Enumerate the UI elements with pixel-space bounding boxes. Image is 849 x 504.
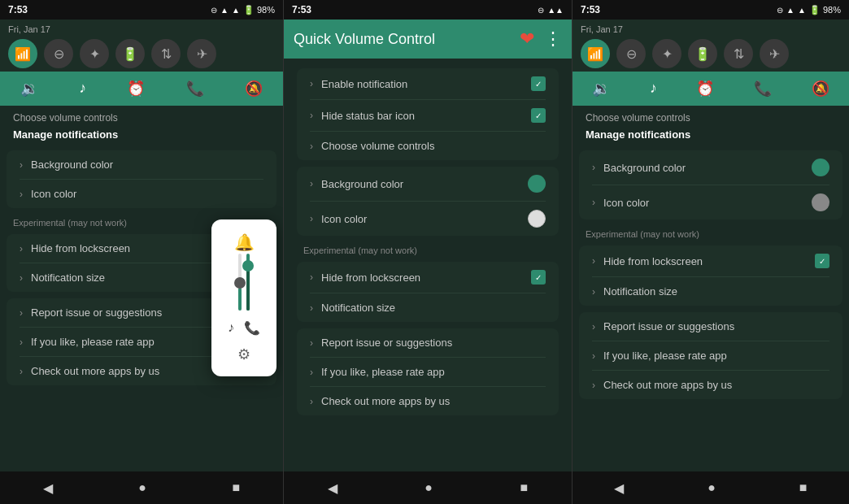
back-button[interactable]: ◀	[43, 480, 53, 496]
back-button[interactable]: ◀	[614, 480, 624, 496]
recents-button[interactable]: ■	[799, 480, 808, 495]
right-rate-item[interactable]: › If you like, please rate app	[579, 341, 842, 370]
back-button[interactable]: ◀	[328, 480, 337, 496]
sync-toggle[interactable]: ⇅	[724, 39, 753, 68]
right-report-label: Report issue or suggestions	[603, 320, 734, 332]
home-button[interactable]: ●	[424, 480, 433, 495]
dnd-toggle[interactable]: ⊖	[44, 39, 73, 68]
volume-popup: 🔔 ♪ 📞 ⚙	[211, 219, 276, 376]
right-quick-icons[interactable]: 📶 ⊖ ✦ 🔋 ⇅ ✈	[581, 39, 841, 68]
middle-status-icons: ⊖ ▲▲	[538, 6, 564, 15]
right-status-bar: 7:53 ⊖ ▲ ▲ 🔋 98%	[573, 0, 849, 20]
right-color-group: › Background color › Icon color	[579, 150, 842, 219]
left-date: Fri, Jan 17	[8, 24, 275, 34]
volume-tab-mute[interactable]: 🔕	[238, 76, 269, 101]
middle-choose-volume-item[interactable]: › Choose volume controls	[297, 132, 559, 160]
airplane-toggle[interactable]: ✈	[187, 39, 216, 68]
auto-rotate-toggle[interactable]: ✦	[652, 39, 681, 68]
slider-1[interactable]	[238, 254, 242, 311]
chevron-icon: ›	[20, 159, 23, 171]
recents-button[interactable]: ■	[520, 480, 529, 495]
left-manage-notif: Manage notifications	[0, 127, 283, 147]
middle-bg-color-label: Background color	[321, 178, 403, 190]
volume-tab-alarm[interactable]: ⏰	[690, 76, 721, 101]
right-hide-lockscreen-toggle[interactable]: ✓	[815, 254, 829, 268]
right-icon-color-item[interactable]: › Icon color	[579, 185, 842, 219]
left-bg-color-item[interactable]: › Background color	[7, 150, 276, 179]
home-button[interactable]: ●	[138, 480, 146, 495]
chevron-icon: ›	[310, 78, 313, 89]
right-icon-color-toggle[interactable]	[812, 193, 829, 211]
chevron-icon: ›	[310, 141, 313, 152]
slider-2[interactable]	[246, 254, 250, 311]
middle-report-item[interactable]: › Report issue or suggestions	[297, 328, 559, 357]
heart-icon[interactable]: ❤	[520, 28, 534, 50]
battery-saver-toggle[interactable]: 🔋	[115, 39, 145, 68]
battery-saver-toggle[interactable]: 🔋	[688, 39, 717, 68]
middle-content: › Enable notification ✓ › Hide status ba…	[284, 59, 572, 471]
hide-lockscreen-toggle[interactable]: ✓	[531, 270, 546, 285]
left-icon-color-item[interactable]: › Icon color	[7, 180, 276, 208]
chevron-icon: ›	[20, 307, 23, 319]
chevron-icon: ›	[592, 197, 595, 208]
bg-color-toggle[interactable]	[528, 175, 546, 193]
right-notif-size-item[interactable]: › Notification size	[579, 277, 842, 306]
middle-icon-color-item[interactable]: › Icon color	[297, 202, 559, 236]
right-volume-tabs[interactable]: 🔉 ♪ ⏰ 📞 🔕	[573, 72, 849, 106]
chevron-icon: ›	[20, 366, 23, 377]
middle-more-apps-item[interactable]: › Check out more apps by us	[297, 387, 559, 415]
volume-tab-media[interactable]: 🔉	[586, 76, 616, 101]
right-panel: 7:53 ⊖ ▲ ▲ 🔋 98% Fri, Jan 17 📶 ⊖ ✦ 🔋 ⇅ ✈…	[573, 0, 849, 504]
signal-icon: ⊖	[538, 6, 544, 15]
wifi-toggle[interactable]: 📶	[581, 39, 610, 68]
airplane-toggle[interactable]: ✈	[760, 39, 789, 68]
bell-icon: 🔔	[234, 232, 255, 252]
chevron-icon: ›	[310, 337, 313, 349]
right-more-apps-label: Check out more apps by us	[603, 379, 732, 391]
right-content: Choose volume controls Manage notificati…	[573, 106, 849, 471]
middle-enable-notif-item[interactable]: › Enable notification ✓	[297, 68, 559, 99]
right-hide-lockscreen-item[interactable]: › Hide from lockscreen ✓	[579, 245, 842, 276]
auto-rotate-toggle[interactable]: ✦	[80, 39, 109, 68]
volume-tab-music[interactable]: ♪	[643, 76, 664, 101]
recents-button[interactable]: ■	[233, 480, 241, 495]
volume-tab-alarm[interactable]: ⏰	[120, 76, 151, 101]
enable-notif-toggle[interactable]: ✓	[531, 76, 546, 91]
left-notif-size-label: Notification size	[31, 272, 105, 284]
sync-toggle[interactable]: ⇅	[151, 39, 181, 68]
settings-icon[interactable]: ⚙	[237, 345, 250, 363]
right-choose-volume: Choose volume controls	[573, 109, 849, 127]
dnd-toggle[interactable]: ⊖	[616, 39, 646, 68]
wifi-toggle[interactable]: 📶	[8, 39, 37, 68]
volume-tab-call[interactable]: 📞	[747, 76, 778, 101]
middle-time: 7:53	[292, 4, 311, 15]
middle-hide-lockscreen-item[interactable]: › Hide from lockscreen ✓	[297, 262, 559, 293]
right-bg-color-item[interactable]: › Background color	[579, 150, 842, 185]
chevron-icon: ›	[20, 243, 23, 254]
middle-rate-item[interactable]: › If you like, please rate app	[297, 358, 559, 386]
more-options-icon[interactable]: ⋮	[544, 28, 562, 50]
volume-tab-mute[interactable]: 🔕	[805, 76, 836, 101]
middle-hide-status-label: Hide status bar icon	[321, 110, 415, 122]
wifi-icon: ▲	[220, 6, 229, 15]
chevron-icon: ›	[310, 396, 313, 407]
volume-tab-media[interactable]: 🔉	[14, 76, 45, 101]
middle-hide-status-item[interactable]: › Hide status bar icon ✓	[297, 100, 559, 131]
home-button[interactable]: ●	[708, 480, 716, 495]
hide-status-toggle[interactable]: ✓	[531, 108, 546, 123]
chevron-icon: ›	[310, 367, 313, 378]
music-note-icon: ♪	[228, 320, 234, 336]
right-report-item[interactable]: › Report issue or suggestions	[579, 312, 842, 341]
volume-tab-call[interactable]: 📞	[180, 76, 211, 101]
middle-bg-color-item[interactable]: › Background color	[297, 167, 559, 201]
icon-color-toggle[interactable]	[528, 210, 546, 228]
left-quick-icons[interactable]: 📶 ⊖ ✦ 🔋 ⇅ ✈	[8, 39, 275, 68]
volume-tab-music[interactable]: ♪	[72, 76, 93, 101]
right-bg-color-toggle[interactable]	[812, 159, 829, 176]
right-more-apps-item[interactable]: › Check out more apps by us	[579, 371, 842, 399]
middle-notif-size-item[interactable]: › Notification size	[297, 293, 559, 322]
chevron-icon: ›	[310, 178, 313, 189]
right-time: 7:53	[581, 4, 600, 15]
middle-nav-bar: ◀ ● ■	[284, 471, 572, 504]
left-volume-tabs[interactable]: 🔉 ♪ ⏰ 📞 🔕	[0, 72, 283, 106]
